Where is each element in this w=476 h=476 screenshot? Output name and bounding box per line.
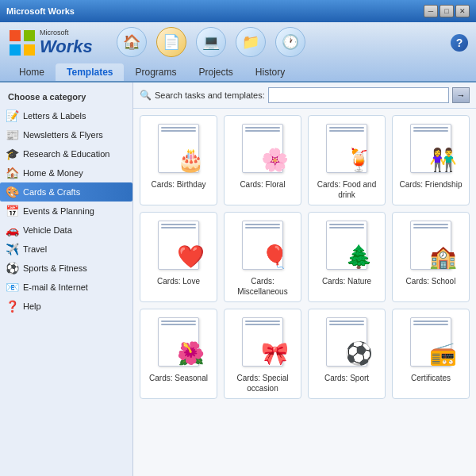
tab-home[interactable]: Home bbox=[8, 63, 56, 81]
sidebar-label-letters: Letters & Labels bbox=[23, 111, 86, 121]
sidebar-item-research[interactable]: 🎓 Research & Education bbox=[0, 144, 132, 163]
template-card-sport[interactable]: ⚽ Cards: Sport bbox=[308, 309, 386, 399]
love-card-image: ❤️ bbox=[177, 244, 205, 270]
sidebar-label-events: Events & Planning bbox=[23, 206, 94, 216]
template-card-certificates[interactable]: 📻 Certificates bbox=[392, 309, 470, 399]
nav-tabs: Home Templates Programs Projects History bbox=[8, 62, 468, 81]
tab-projects[interactable]: Projects bbox=[188, 63, 244, 81]
sidebar-item-vehicle[interactable]: 🚗 Vehicle Data bbox=[0, 221, 132, 240]
sidebar-item-help[interactable]: ❓ Help bbox=[0, 297, 132, 316]
search-label: Search tasks and templates: bbox=[155, 90, 265, 100]
sidebar-item-cards-crafts[interactable]: 🎨 Cards & Crafts bbox=[0, 182, 132, 202]
sidebar-item-letters[interactable]: 📝 Letters & Labels bbox=[0, 106, 132, 125]
nav-icon-programs[interactable]: 💻 bbox=[196, 27, 226, 59]
sidebar-item-newsletters[interactable]: 📰 Newsletters & Flyers bbox=[0, 125, 132, 144]
template-card-love[interactable]: ❤️ Cards: Love bbox=[140, 212, 217, 302]
search-go-button[interactable]: → bbox=[452, 87, 470, 103]
nav-icon-home[interactable]: 🏠 bbox=[117, 27, 147, 59]
template-card-school[interactable]: 🏫 Cards: School bbox=[392, 212, 470, 302]
special-card-image: 🎀 bbox=[261, 340, 289, 367]
certificates-card-image: 📻 bbox=[429, 340, 457, 367]
nature-card-icon-area: 🌲 bbox=[319, 217, 374, 273]
header-top: Microsoft Works 🏠 📄 💻 📁 🕐 ? bbox=[8, 27, 468, 59]
birthday-card-image: 🎂 bbox=[177, 147, 205, 173]
template-card-friendship[interactable]: 👫 Cards: Friendship bbox=[392, 115, 470, 205]
nav-icon-templates[interactable]: 📄 bbox=[156, 27, 186, 59]
sidebar-title: Choose a category bbox=[0, 89, 132, 106]
logo-microsoft: Microsoft bbox=[40, 29, 93, 36]
svg-rect-3 bbox=[24, 44, 35, 56]
travel-icon: ✈️ bbox=[5, 242, 19, 256]
maximize-button[interactable]: □ bbox=[440, 5, 454, 17]
help-button[interactable]: ? bbox=[451, 34, 468, 52]
sidebar-label-newsletters: Newsletters & Flyers bbox=[23, 130, 103, 140]
tab-templates[interactable]: Templates bbox=[56, 63, 124, 81]
projects-nav-icon: 📁 bbox=[236, 27, 266, 57]
title-bar: Microsoft Works ─ □ ✕ bbox=[0, 0, 476, 22]
title-bar-text: Microsoft Works bbox=[6, 6, 424, 16]
sidebar-item-events[interactable]: 📅 Events & Planning bbox=[0, 202, 132, 221]
tab-programs[interactable]: Programs bbox=[124, 63, 187, 81]
seasonal-card-image: 🌺 bbox=[177, 340, 205, 367]
sidebar-label-sports: Sports & Fitness bbox=[23, 263, 87, 273]
sidebar-item-email[interactable]: 📧 E-mail & Internet bbox=[0, 278, 132, 297]
special-card-icon-area: 🎀 bbox=[235, 314, 290, 370]
nature-card-label: Cards: Nature bbox=[322, 276, 371, 286]
nature-card-image: 🌲 bbox=[345, 244, 373, 270]
school-card-icon-area: 🏫 bbox=[403, 217, 459, 273]
sport-card-image: ⚽ bbox=[345, 340, 373, 367]
svg-rect-2 bbox=[10, 44, 21, 56]
template-card-birthday[interactable]: 🎂 Cards: Birthday bbox=[140, 115, 217, 205]
sidebar-item-sports[interactable]: ⚽ Sports & Fitness bbox=[0, 259, 132, 278]
template-card-special[interactable]: 🎀 Cards: Special occasion bbox=[224, 309, 301, 399]
template-card-floral[interactable]: 🌸 Cards: Floral bbox=[224, 115, 301, 205]
sports-icon: ⚽ bbox=[5, 261, 19, 275]
food-card-image: 🍹 bbox=[345, 147, 373, 173]
sidebar-label-home-money: Home & Money bbox=[23, 168, 83, 178]
friendship-card-icon-area: 👫 bbox=[403, 121, 459, 176]
nav-icon-projects[interactable]: 📁 bbox=[236, 27, 266, 59]
seasonal-card-label: Cards: Seasonal bbox=[149, 373, 208, 383]
events-icon: 📅 bbox=[5, 204, 19, 218]
template-card-food-drink[interactable]: 🍹 Cards: Food and drink bbox=[308, 115, 386, 205]
certificates-card-label: Certificates bbox=[411, 373, 451, 383]
minimize-button[interactable]: ─ bbox=[424, 5, 438, 17]
sidebar-item-home-money[interactable]: 🏠 Home & Money bbox=[0, 163, 132, 182]
floral-card-label: Cards: Floral bbox=[240, 179, 285, 190]
sidebar-item-travel[interactable]: ✈️ Travel bbox=[0, 240, 132, 259]
template-card-seasonal[interactable]: 🌺 Cards: Seasonal bbox=[140, 309, 217, 399]
templates-nav-icon: 📄 bbox=[156, 27, 186, 57]
logo-text: Microsoft Works bbox=[40, 29, 93, 57]
school-card-label: Cards: School bbox=[406, 276, 456, 286]
friendship-card-image: 👫 bbox=[429, 147, 457, 173]
sidebar-label-research: Research & Education bbox=[23, 149, 109, 159]
content-wrapper: 🔍 Search tasks and templates: → 🎂 Cards:… bbox=[133, 83, 476, 476]
misc-card-label: Cards: Miscellaneous bbox=[229, 276, 296, 297]
special-card-label: Cards: Special occasion bbox=[229, 373, 296, 393]
search-input[interactable] bbox=[268, 87, 449, 103]
search-icon: 🔍 bbox=[140, 90, 152, 101]
template-grid: 🎂 Cards: Birthday 🌸 Cards: Floral bbox=[140, 115, 470, 399]
template-card-nature[interactable]: 🌲 Cards: Nature bbox=[308, 212, 386, 302]
nav-icon-history[interactable]: 🕐 bbox=[275, 27, 305, 59]
history-nav-icon: 🕐 bbox=[275, 27, 305, 57]
logo-icon bbox=[8, 29, 36, 57]
research-icon: 🎓 bbox=[5, 147, 19, 161]
search-bar: 🔍 Search tasks and templates: → bbox=[133, 83, 476, 109]
love-card-icon-area: ❤️ bbox=[151, 217, 206, 273]
floral-card-icon-area: 🌸 bbox=[235, 121, 290, 176]
sidebar-label-travel: Travel bbox=[23, 244, 47, 254]
close-button[interactable]: ✕ bbox=[455, 5, 470, 17]
template-card-misc[interactable]: 🎈 Cards: Miscellaneous bbox=[224, 212, 301, 302]
sidebar: Choose a category 📝 Letters & Labels 📰 N… bbox=[0, 83, 133, 476]
tab-history[interactable]: History bbox=[244, 63, 296, 81]
sidebar-label-cards-crafts: Cards & Crafts bbox=[23, 187, 80, 197]
sidebar-label-email: E-mail & Internet bbox=[23, 282, 88, 292]
nav-icons: 🏠 📄 💻 📁 🕐 bbox=[117, 27, 451, 59]
birthday-card-icon-area: 🎂 bbox=[151, 121, 206, 176]
programs-nav-icon: 💻 bbox=[196, 27, 226, 57]
main-area: Choose a category 📝 Letters & Labels 📰 N… bbox=[0, 83, 476, 476]
birthday-card-label: Cards: Birthday bbox=[152, 179, 206, 190]
logo-area: Microsoft Works bbox=[8, 29, 93, 57]
sport-card-icon-area: ⚽ bbox=[319, 314, 374, 370]
